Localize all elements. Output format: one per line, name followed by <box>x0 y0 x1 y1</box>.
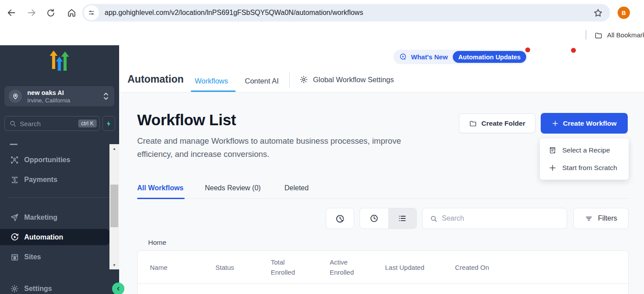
column-header-created-on[interactable]: Created On <box>455 262 489 272</box>
clock-icon <box>369 214 379 223</box>
url-text: app.gohighlevel.com/v2/location/lnPS691g… <box>105 9 593 17</box>
browser-toolbar: app.gohighlevel.com/v2/location/lnPS691g… <box>0 0 644 25</box>
workflow-list-page: Workflow List Create and manage Workflow… <box>119 93 644 294</box>
location-pin-icon <box>9 90 22 103</box>
plus-icon <box>552 120 559 127</box>
tab-workflows[interactable]: Workflows <box>195 77 228 85</box>
tab-content-ai[interactable]: Content AI <box>245 77 279 85</box>
bookmark-star-icon[interactable] <box>593 8 603 18</box>
scrollbar-down-arrow[interactable]: ▼ <box>109 261 119 269</box>
browser-profile-avatar[interactable]: B <box>618 7 630 19</box>
menu-item-select-recipe[interactable]: Select a Recipe <box>540 142 629 159</box>
menu-item-start-from-scratch[interactable]: Start from Scratch <box>540 159 629 177</box>
search-icon <box>9 120 16 127</box>
chevron-up-down-icon <box>103 92 109 101</box>
subtab-deleted[interactable]: Deleted <box>284 184 309 192</box>
bookmarks-bar: All Bookmarks <box>0 25 644 45</box>
sidebar-scrollbar[interactable]: ▲ ▼ <box>109 144 119 269</box>
subtab-all-workflows-underline <box>137 198 185 199</box>
recent-view-toggle[interactable] <box>360 208 388 229</box>
gohighlevel-logo-icon <box>49 50 69 75</box>
sidebar-search-input[interactable] <box>20 120 64 127</box>
workflow-table: Name Status Total Enrolled Active Enroll… <box>137 250 629 294</box>
sidebar-search[interactable]: ctrl K <box>4 116 100 131</box>
payments-icon <box>10 176 19 184</box>
breadcrumb-home[interactable]: Home <box>148 239 166 247</box>
create-folder-button[interactable]: Create Folder <box>459 113 535 133</box>
whats-new-pill[interactable]: What's New Automation Updates <box>393 50 528 64</box>
page-header: What's New Automation Updates ? N Automa… <box>119 45 644 93</box>
tab-workflows-underline <box>191 91 236 92</box>
sidebar-item-opportunities[interactable]: Opportunities <box>0 152 110 167</box>
filters-button[interactable]: Filters <box>573 208 629 229</box>
whats-new-label: What's New <box>411 53 448 61</box>
list-icon <box>397 214 407 223</box>
sidebar-item-automation[interactable]: Automation <box>0 229 110 245</box>
scrollbar-thumb[interactable] <box>110 185 118 227</box>
gear-icon <box>10 284 19 293</box>
chevron-left-icon <box>115 286 121 292</box>
folder-icon <box>469 120 477 127</box>
sidebar: new oaks AI Irvine, California ctrl K Op… <box>0 45 119 294</box>
workflow-search[interactable] <box>422 208 567 229</box>
list-view-toggle[interactable] <box>388 208 416 229</box>
recipe-document-icon <box>549 146 557 154</box>
whats-new-icon <box>399 53 408 61</box>
tabs-divider <box>289 73 290 88</box>
sidebar-item-sites[interactable]: Sites <box>0 250 110 265</box>
sidebar-item-marketing[interactable]: Marketing <box>0 210 110 225</box>
page-title: Automation <box>127 73 184 85</box>
create-workflow-button[interactable]: Create Workflow <box>541 113 628 134</box>
quick-actions-button[interactable] <box>102 116 115 131</box>
workflow-list-heading: Workflow List <box>137 111 236 129</box>
filter-icon <box>585 214 593 223</box>
gear-icon <box>299 75 308 84</box>
bookmarks-divider <box>586 30 586 40</box>
announcements-notification-dot <box>571 48 576 53</box>
address-bar[interactable]: app.gohighlevel.com/v2/location/lnPS691g… <box>82 4 610 22</box>
sidebar-item-settings[interactable]: Settings <box>0 281 110 294</box>
sidebar-divider <box>8 197 111 198</box>
sidebar-collapse-button[interactable] <box>112 283 124 294</box>
sites-icon <box>10 253 19 261</box>
screen: app.gohighlevel.com/v2/location/lnPS691g… <box>0 0 644 294</box>
column-header-total-enrolled[interactable]: Total Enrolled <box>271 257 330 277</box>
lightning-bolt-icon <box>106 120 112 127</box>
column-header-status[interactable]: Status <box>215 262 271 272</box>
workflow-search-input[interactable] <box>442 214 567 222</box>
back-icon[interactable] <box>6 7 17 18</box>
marketing-send-icon <box>10 213 19 222</box>
automation-updates-badge[interactable]: Automation Updates <box>453 51 527 63</box>
workflow-list-description: Create and manage Workflows to automate … <box>137 134 401 161</box>
execution-logs-button[interactable] <box>326 208 354 229</box>
clipped-menu-item-icon <box>10 144 18 145</box>
sidebar-item-payments[interactable]: Payments <box>0 172 110 187</box>
table-header-row: Name Status Total Enrolled Active Enroll… <box>138 251 628 284</box>
subtab-all-workflows[interactable]: All Workflows <box>137 184 184 192</box>
table-body-empty <box>138 284 628 294</box>
plus-icon <box>549 164 557 172</box>
create-workflow-dropdown: Select a Recipe Start from Scratch <box>540 138 629 180</box>
column-header-active-enrolled[interactable]: Active Enrolled <box>330 257 385 277</box>
whats-new-notification-dot <box>525 47 530 52</box>
opportunities-icon <box>10 156 19 164</box>
bookmarks-folder-icon[interactable] <box>594 31 603 40</box>
location-switcher[interactable]: new oaks AI Irvine, California <box>4 86 114 106</box>
history-clock-icon <box>335 214 345 224</box>
scrollbar-up-arrow[interactable]: ▲ <box>109 144 119 153</box>
global-workflow-settings-button[interactable]: Global Workflow Settings <box>299 75 394 84</box>
subtab-needs-review[interactable]: Needs Review (0) <box>205 184 261 192</box>
location-city: Irvine, California <box>27 97 103 104</box>
all-bookmarks-label[interactable]: All Bookmarks <box>607 31 644 39</box>
forward-icon[interactable] <box>26 7 37 18</box>
workflow-subtabs: All Workflows Needs Review (0) Deleted <box>137 182 629 199</box>
column-header-name[interactable]: Name <box>138 262 215 272</box>
search-icon <box>430 215 437 222</box>
location-name: new oaks AI <box>27 89 103 97</box>
reload-icon[interactable] <box>45 7 56 18</box>
site-info-icon[interactable] <box>84 5 99 20</box>
column-header-last-updated[interactable]: Last Updated <box>385 262 455 272</box>
automation-icon <box>10 232 19 242</box>
home-icon[interactable] <box>66 7 77 18</box>
view-toggle-group <box>360 208 417 229</box>
